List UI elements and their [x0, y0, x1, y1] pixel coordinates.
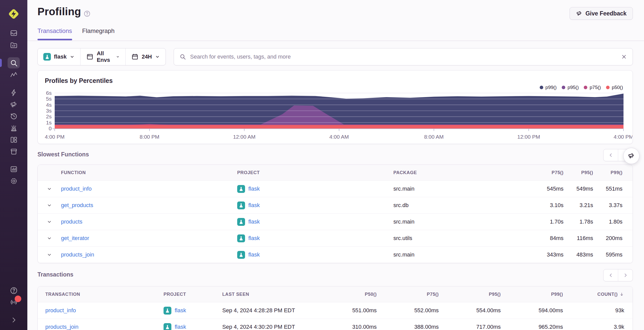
- legend-item-p75[interactable]: p75(): [584, 85, 601, 90]
- p95-value: 717.00ms: [439, 324, 501, 330]
- slowest-functions-table: FUNCTIONPROJECTPACKAGEP75()P95()P99()pro…: [37, 164, 633, 263]
- legend-item-p99[interactable]: p99(): [540, 85, 557, 90]
- give-feedback-label: Give Feedback: [586, 10, 627, 17]
- transaction-link[interactable]: products_join: [45, 324, 78, 330]
- legend-item-p50[interactable]: p50(): [606, 85, 623, 90]
- expand-row-button[interactable]: [38, 203, 61, 208]
- flask-platform-icon: [164, 323, 171, 330]
- project-filter[interactable]: flask: [38, 48, 80, 65]
- project-cell: flask: [237, 185, 393, 193]
- give-feedback-button[interactable]: Give Feedback: [570, 7, 633, 20]
- previous-page-button[interactable]: [603, 149, 618, 161]
- column-header-label: P95(): [489, 292, 501, 297]
- sidebar-item-collapse[interactable]: [8, 314, 20, 325]
- help-icon[interactable]: [84, 10, 91, 17]
- previous-page-button[interactable]: [603, 269, 618, 281]
- search-input[interactable]: [190, 53, 617, 60]
- sidebar-item-projects[interactable]: [8, 40, 20, 51]
- column-header-label: LAST SEEN: [222, 292, 249, 297]
- column-header-p99[interactable]: P99(): [501, 292, 563, 297]
- sidebar-item-help[interactable]: [8, 285, 20, 296]
- window-icon: [86, 53, 94, 61]
- function-link[interactable]: get_iterator: [61, 235, 89, 241]
- sidebar: [0, 0, 27, 330]
- flask-platform-icon: [43, 53, 51, 61]
- project-cell: flask: [237, 251, 393, 259]
- p50-value: 551.00ms: [315, 307, 377, 314]
- sidebar-item-releases[interactable]: [8, 146, 20, 157]
- project-link[interactable]: flask: [175, 324, 186, 330]
- search-bar: [174, 48, 633, 65]
- column-header-p95: P95(): [564, 170, 593, 175]
- table-row: productsflasksrc.main1.70s1.78s1.80s: [38, 213, 633, 230]
- p95-value: 1.78s: [564, 218, 593, 225]
- environment-filter-label: All Envs: [97, 50, 113, 63]
- transaction-cell: products_join: [38, 324, 164, 330]
- project-link[interactable]: flask: [175, 307, 186, 314]
- sidebar-item-alerts[interactable]: [8, 122, 20, 134]
- sentry-logo[interactable]: [7, 8, 20, 20]
- sidebar-item-feedback[interactable]: [8, 99, 20, 110]
- y-axis-label: 2s: [46, 114, 52, 119]
- function-link[interactable]: product_info: [61, 186, 92, 192]
- dashboards-icon: [10, 136, 18, 144]
- package-cell: src.main: [393, 186, 533, 192]
- slowest-functions-title: Slowest Functions: [37, 151, 89, 158]
- sidebar-item-explore[interactable]: [8, 57, 20, 68]
- sidebar-item-stats[interactable]: [8, 163, 20, 175]
- date-range-filter[interactable]: 24H: [125, 48, 166, 65]
- sidebar-item-settings[interactable]: [8, 175, 20, 187]
- function-link[interactable]: products: [61, 218, 82, 225]
- column-header-p75[interactable]: P75(): [377, 292, 439, 297]
- function-link[interactable]: get_products: [61, 202, 93, 208]
- project-link[interactable]: flask: [248, 186, 260, 192]
- sidebar-item-performance[interactable]: [8, 87, 20, 98]
- project-link[interactable]: flask: [248, 235, 260, 242]
- transaction-link[interactable]: product_info: [45, 307, 76, 314]
- sidebar-item-traces[interactable]: [8, 69, 20, 80]
- p75-value: 3.10s: [533, 202, 564, 209]
- package-cell: src.utils: [393, 235, 533, 242]
- x-axis-label: 8:00 PM: [139, 134, 159, 140]
- project-link[interactable]: flask: [248, 202, 260, 209]
- sidebar-item-replays[interactable]: [8, 111, 20, 122]
- close-icon[interactable]: [621, 54, 627, 60]
- project-link[interactable]: flask: [248, 218, 260, 225]
- legend-item-p95[interactable]: p95(): [562, 85, 579, 90]
- table-row: get_iteratorflasksrc.utils84ms116ms200ms: [38, 230, 633, 246]
- column-header-lastseen: LAST SEEN: [222, 292, 315, 297]
- expand-row-button[interactable]: [38, 235, 61, 241]
- expand-row-button[interactable]: [38, 186, 61, 192]
- tab-transactions[interactable]: Transactions: [37, 27, 72, 40]
- package-cell: src.db: [393, 202, 533, 209]
- project-link[interactable]: flask: [248, 251, 260, 258]
- environment-filter[interactable]: All Envs: [80, 48, 125, 65]
- column-header-count[interactable]: COUNT(): [563, 292, 633, 297]
- megaphone-icon: [576, 10, 582, 17]
- percentiles-area-chart: 01s2s3s4s5s6s4:00 PM8:00 PM12:00 AM4:00 …: [38, 70, 632, 143]
- expand-row-button[interactable]: [38, 252, 61, 258]
- p99-value: 551ms: [593, 186, 633, 192]
- chevron-down-icon: [47, 186, 52, 192]
- count-value: 3.9k: [563, 324, 633, 330]
- sidebar-item-dashboards[interactable]: [8, 134, 20, 145]
- column-header-label: P99(): [551, 292, 563, 297]
- next-page-button[interactable]: [618, 269, 633, 281]
- sidebar-item-issues[interactable]: [8, 27, 20, 39]
- p75-value: 84ms: [533, 235, 564, 242]
- column-header-p95[interactable]: P95(): [439, 292, 501, 297]
- table-header-row: TRANSACTIONPROJECTLAST SEENP50()P75()P95…: [38, 286, 633, 302]
- chevron-down-icon: [47, 219, 52, 225]
- stats-icon: [10, 165, 18, 173]
- flask-platform-icon: [237, 201, 245, 209]
- function-link[interactable]: products_join: [61, 251, 94, 258]
- floating-feedback-button[interactable]: [623, 148, 639, 164]
- tab-flamegraph[interactable]: Flamegraph: [82, 27, 115, 40]
- chevron-right-icon: [623, 272, 628, 278]
- expand-row-button[interactable]: [38, 219, 61, 225]
- p99-value: 595ms: [593, 251, 633, 258]
- chevron-down-icon: [47, 235, 52, 241]
- legend-dot: [540, 86, 543, 89]
- p75-value: 343ms: [533, 251, 564, 258]
- column-header-p50[interactable]: P50(): [315, 292, 377, 297]
